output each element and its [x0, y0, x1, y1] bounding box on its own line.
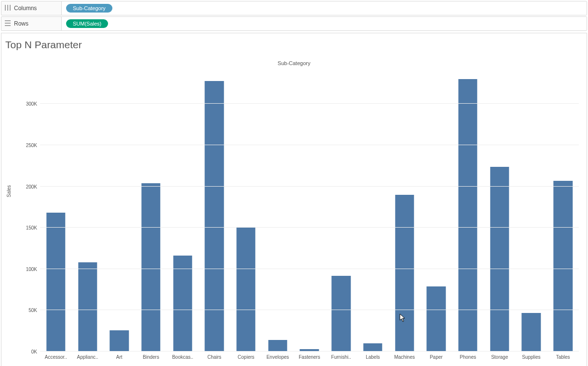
y-axis-tick: 200K: [26, 184, 37, 189]
columns-shelf[interactable]: Columns Sub-Category: [1, 1, 587, 15]
y-axis-title: Sales: [6, 185, 12, 197]
x-axis-label: Bookcas..: [167, 354, 199, 360]
columns-shelf-label: Columns: [1, 1, 62, 15]
bar[interactable]: [268, 340, 287, 352]
rows-pill-sum-sales[interactable]: SUM(Sales): [66, 19, 108, 28]
rows-icon: [4, 20, 11, 28]
x-axis-label: Art: [103, 354, 135, 360]
x-axis-label: Tables: [547, 354, 579, 360]
x-axis-label: Furnishi..: [325, 354, 357, 360]
x-axis-label: Storage: [484, 354, 516, 360]
gridline: [40, 227, 579, 228]
y-axis-tick: 300K: [26, 101, 37, 107]
x-axis-label: Supplies: [516, 354, 547, 360]
y-axis-tick: 0K: [31, 349, 37, 354]
chart-view[interactable]: Top N Parameter Sub-Category Sales Acces…: [1, 33, 587, 366]
bar[interactable]: [236, 228, 255, 352]
gridline: [40, 310, 579, 310]
bar[interactable]: [331, 276, 350, 352]
gridline: [40, 269, 579, 269]
x-axis-label: Fasteners: [294, 354, 326, 360]
chart-title: Sub-Category: [1, 60, 587, 66]
gridline: [40, 103, 579, 104]
x-axis-label: Accessor..: [40, 354, 72, 360]
bar[interactable]: [78, 262, 97, 352]
bar[interactable]: [141, 183, 160, 352]
bar[interactable]: [458, 79, 477, 352]
columns-label-text: Columns: [14, 5, 37, 12]
x-axis-label: Binders: [135, 354, 167, 360]
x-axis-label: Phones: [452, 354, 484, 360]
columns-icon: [4, 4, 11, 13]
y-axis-tick: 150K: [26, 225, 37, 230]
y-axis-tick: 100K: [26, 266, 37, 271]
x-axis-label: Envelopes: [262, 354, 294, 360]
gridline: [40, 186, 579, 187]
bar[interactable]: [46, 213, 65, 352]
gridline: [40, 145, 579, 145]
y-axis-tick: 250K: [26, 143, 37, 148]
bar[interactable]: [205, 81, 224, 352]
x-axis-label: Chairs: [199, 354, 231, 360]
rows-shelf[interactable]: Rows SUM(Sales): [1, 16, 587, 31]
x-axis-label: Labels: [357, 354, 389, 360]
bar[interactable]: [395, 195, 414, 352]
bar[interactable]: [427, 286, 446, 352]
rows-label-text: Rows: [14, 20, 28, 27]
bar[interactable]: [490, 167, 509, 352]
x-axis-label: Copiers: [230, 354, 262, 360]
bar[interactable]: [553, 181, 572, 352]
bar[interactable]: [522, 313, 541, 352]
rows-shelf-label: Rows: [1, 16, 62, 31]
y-axis-tick: 50K: [28, 308, 37, 313]
bar[interactable]: [363, 343, 382, 352]
columns-pill-subcategory[interactable]: Sub-Category: [66, 4, 112, 13]
bar[interactable]: [110, 330, 129, 352]
x-axis-label: Applianc..: [72, 354, 104, 360]
bar[interactable]: [173, 256, 192, 352]
page-title: Top N Parameter: [5, 39, 82, 51]
plot-area[interactable]: Accessor..Applianc..ArtBindersBookcas..C…: [40, 71, 579, 352]
x-axis-label: Machines: [389, 354, 421, 360]
gridline: [40, 351, 579, 352]
x-axis-label: Paper: [420, 354, 452, 360]
